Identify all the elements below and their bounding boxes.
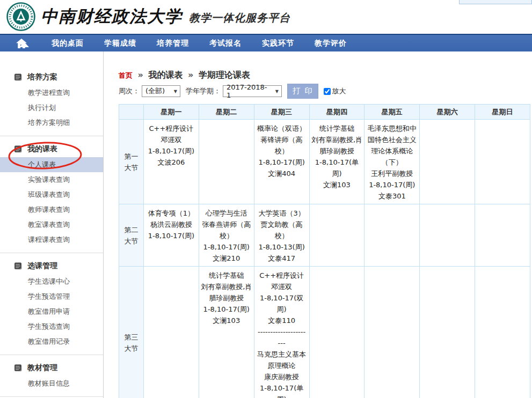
course-cell (475, 204, 530, 267)
term-select[interactable]: 2017-2018-1 ▼ (223, 85, 282, 97)
course-line: 文澜404 (256, 168, 308, 179)
course-cell: 大学英语（3）贾文助教（高校）1-8,10-13(周)文泰417 (254, 204, 309, 267)
university-emblem-icon (6, 2, 35, 31)
sidebar-item[interactable]: 教室课表查询 (0, 217, 103, 232)
main-content: 首页 » 我的课表 » 学期理论课表 周次： (全部) ▼ 学年学期： 2017… (104, 51, 532, 398)
sidebar: 培养方案教学进程查询执行计划培养方案明细我的课表个人课表实验课表查询班级课表查询… (0, 51, 104, 398)
sidebar-section-header[interactable]: 选课管理 (0, 259, 103, 274)
sidebar-item[interactable]: 教室借用申请 (0, 304, 103, 319)
nav-items: 我的桌面学籍成绩培养管理考试报名实践环节教学评价 (52, 39, 347, 48)
course-cell: C++程序设计邓涯双1-8,10-17(双周)文泰110------------… (254, 267, 309, 398)
period-label-cell: 第三大节 (119, 267, 144, 398)
sidebar-item[interactable]: 学生预选查询 (0, 319, 103, 334)
chevron-down-icon: ▼ (174, 89, 177, 94)
course-line: 1-8,10-17(单周) (256, 382, 308, 398)
nav-item-2[interactable]: 培养管理 (157, 39, 189, 48)
breadcrumb-home-link[interactable]: 首页 (119, 71, 133, 79)
sidebar-item[interactable]: 课程课表查询 (0, 232, 103, 247)
platform-title: 教学一体化服务平台 (189, 11, 290, 25)
notes-icon (14, 145, 22, 153)
course-line: C++程序设计 (256, 270, 308, 281)
course-cell (420, 267, 475, 398)
course-line: 1-8,10-17(双周) (256, 292, 308, 315)
course-line: 文澜103 (201, 315, 252, 326)
course-line: 康庆副教授 (256, 371, 308, 382)
chevron-down-icon: ▼ (275, 89, 279, 94)
course-line: 1-8,10-17(周) (201, 304, 252, 315)
week-select[interactable]: (全部) ▼ (142, 85, 180, 97)
course-line: 王利平副教授 (366, 168, 418, 179)
day-header: 星期一 (144, 105, 199, 120)
sidebar-item[interactable]: 班级课表查询 (0, 187, 103, 202)
sidebar-item[interactable]: 学生选课中心 (0, 274, 103, 289)
day-header: 星期五 (365, 105, 420, 120)
sidebar-item[interactable]: 实验课表查询 (0, 172, 103, 187)
course-line: 文澜103 (311, 179, 363, 190)
breadcrumb: 首页 » 我的课表 » 学期理论课表 (119, 70, 532, 81)
course-line: 心理学与生活 (201, 208, 252, 219)
toolbar: 周次： (全部) ▼ 学年学期： 2017-2018-1 ▼ 打 印 放大 (119, 84, 532, 99)
course-cell: C++程序设计邓涯双1-8,10-17(周)文波206 (144, 120, 199, 204)
course-line: 文泰110 (256, 315, 308, 326)
day-header: 星期六 (420, 105, 475, 120)
day-header: 星期四 (309, 105, 365, 120)
sidebar-item[interactable]: 教室借用记录 (0, 334, 103, 349)
nav-item-0[interactable]: 我的桌面 (52, 39, 84, 48)
course-cell: 统计学基础刘有章副教授,肖腊珍副教授1-8,10-17(单周)文澜103 (309, 120, 365, 204)
course-line: 文泰301 (366, 190, 418, 202)
week-select-label: 周次： (119, 86, 140, 96)
course-line: 刘有章副教授,肖腊珍副教授 (201, 281, 252, 304)
sidebar-section-header[interactable]: 我的课表 (0, 142, 103, 157)
term-select-label: 学年学期： (186, 86, 221, 96)
sidebar-section: 选课管理学生选课中心学生预选管理教室借用申请学生预选查询教室借用记录 (0, 256, 103, 355)
breadcrumb-section: 我的课表 (149, 70, 183, 80)
nav-item-5[interactable]: 教学评价 (315, 39, 347, 48)
sidebar-item[interactable]: 教师课表查询 (0, 202, 103, 217)
course-line: 1-8,10-17(周) (145, 145, 197, 157)
period-label-cell: 第一大节 (119, 120, 144, 204)
sidebar-section-title: 我的课表 (27, 144, 57, 154)
print-button[interactable]: 打 印 (287, 84, 318, 99)
sidebar-section-header[interactable]: 培养方案 (0, 70, 103, 85)
sidebar-item[interactable]: 执行计划 (0, 100, 103, 115)
sidebar-item[interactable]: 学生预选管理 (0, 289, 103, 304)
course-line: 贾文助教（高校） (256, 219, 308, 241)
sidebar-section-title: 选课管理 (27, 261, 57, 271)
course-line: C++程序设计 (145, 123, 197, 134)
course-line: 蒋锋讲师（高校） (256, 134, 308, 157)
course-cell (365, 204, 420, 267)
sidebar-section: 教材管理教材账目信息 (0, 358, 103, 397)
timetable-corner-cell (119, 105, 144, 120)
site-header: 中南财经政法大学 教学一体化服务平台 (0, 0, 532, 34)
course-line: 刘有章副教授,肖腊珍副教授 (311, 134, 363, 157)
timetable-header-row: 星期一星期二星期三星期四星期五星期六星期日 (119, 105, 530, 120)
active-tab-indicator-icon (19, 42, 29, 47)
course-cell (144, 267, 199, 398)
page: 中南财经政法大学 教学一体化服务平台 我的桌面学籍成绩培养管理考试报名实践环节教… (0, 0, 532, 398)
nav-item-1[interactable]: 学籍成绩 (104, 39, 136, 48)
course-line: 毛泽东思想和中国特色社会主义理论体系概论（下） (366, 123, 418, 168)
course-line: 马克思主义基本原理概论 (256, 349, 308, 371)
university-logo (6, 2, 35, 31)
course-line: 1-8,10-17(周) (201, 241, 252, 253)
sidebar-section-header[interactable]: 教材管理 (0, 360, 103, 376)
course-cell (475, 120, 530, 204)
page-title: 学期理论课表 (199, 70, 250, 80)
nav-item-3[interactable]: 考试报名 (209, 39, 242, 48)
course-line: 1-8,10-13(周) (256, 241, 308, 253)
notes-icon (14, 73, 22, 81)
clipped-top-right-element (459, 0, 532, 4)
zoom-checkbox[interactable] (324, 88, 331, 95)
course-line: 1-8,10-17(单周) (311, 157, 363, 179)
timetable: 星期一星期二星期三星期四星期五星期六星期日 第一大节C++程序设计邓涯双1-8,… (119, 104, 530, 398)
sidebar-item[interactable]: 培养方案明细 (0, 115, 103, 130)
sidebar-item[interactable]: 教学进程查询 (0, 85, 103, 100)
course-cell (309, 204, 365, 267)
course-cell (420, 120, 475, 204)
zoom-toggle: 放大 (324, 86, 346, 96)
sidebar-item[interactable]: 教材账目信息 (0, 376, 103, 391)
course-cell (475, 267, 530, 398)
nav-item-4[interactable]: 实践环节 (262, 39, 294, 48)
notes-icon (14, 262, 22, 270)
sidebar-item[interactable]: 个人课表 (0, 157, 103, 172)
